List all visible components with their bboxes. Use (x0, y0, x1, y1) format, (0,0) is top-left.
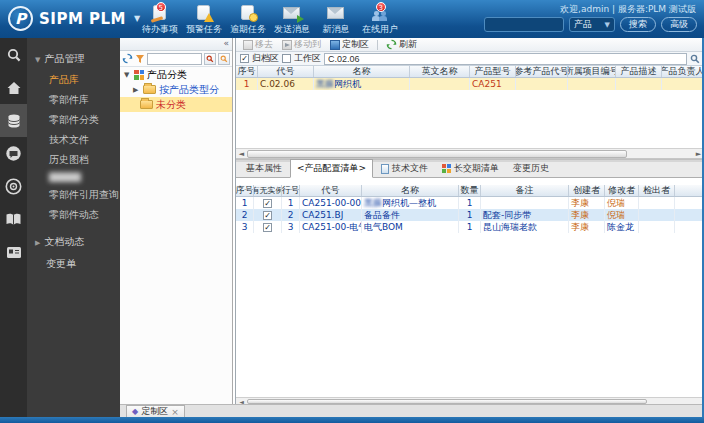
nav-item-history-drawings[interactable]: 历史图档 (27, 150, 120, 170)
column-header[interactable]: 备注 (481, 185, 569, 196)
refresh-icon[interactable] (122, 53, 133, 64)
app-title: SIPM PLM (39, 10, 126, 28)
workspace-checkbox[interactable] (282, 54, 291, 63)
bom-table-row[interactable]: 3 ✓ 3 CA251-00-电气 电气BOM 1 昆山海瑞老款 李康 陈金龙 (236, 221, 704, 233)
search-button[interactable]: 搜索 (620, 17, 656, 32)
scrollbar-thumb[interactable] (247, 150, 627, 158)
column-header[interactable]: 参考产品代号 (516, 66, 568, 77)
tree-node-by-product-type[interactable]: ▶ 按产品类型分 (120, 82, 232, 97)
advanced-search-button[interactable]: 高级 (661, 17, 697, 32)
module-contacts[interactable] (0, 236, 27, 269)
nav-item-parts-reference-query[interactable]: 零部件引用查询 (27, 185, 120, 205)
column-header[interactable]: 有无实例 (254, 185, 282, 196)
module-service[interactable] (0, 170, 27, 203)
nav-item-redacted[interactable]: ██████ (27, 170, 120, 185)
tab-product-configuration-list[interactable]: <产品配置清单> (290, 159, 373, 178)
has-instance-checkbox[interactable]: ✓ (263, 211, 272, 220)
scroll-left-icon[interactable]: ◄ (236, 150, 247, 158)
search-icon (206, 55, 214, 63)
chevron-right-icon[interactable]: ▶ (133, 86, 140, 94)
nav-item-parts-activity[interactable]: 零部件动态 (27, 205, 120, 225)
column-header[interactable]: 名称 (314, 66, 410, 77)
column-header[interactable]: 序号 (236, 66, 258, 77)
column-header[interactable]: 序号 (236, 185, 254, 196)
scrollbar-thumb[interactable] (247, 399, 647, 404)
chevron-down-icon: ▼ (605, 21, 610, 29)
nav-section-document-activity[interactable]: ▶文档动态 (27, 231, 120, 253)
product-table-hscrollbar[interactable]: ◄ ► (236, 148, 704, 159)
nav-item-parts-classification[interactable]: 零部件分类 (27, 110, 120, 130)
archive-area-checkbox[interactable]: ✓ (240, 54, 249, 63)
search-input[interactable] (484, 17, 564, 32)
column-header[interactable]: 英文名称 (410, 66, 470, 77)
send-message-button[interactable]: 发送消息 (270, 4, 314, 36)
bom-table-row[interactable]: 1 ✓ 1 CA251-00-00000 黑膜网织机—整机 1 李康 倪瑞 (236, 197, 704, 209)
tree-advanced-search-button[interactable] (218, 53, 230, 65)
tree-filter-input[interactable] (147, 53, 202, 65)
column-header[interactable]: 数量 (459, 185, 481, 196)
refresh-button[interactable]: 刷新 (383, 38, 420, 51)
column-header[interactable]: 创建者 (569, 185, 605, 196)
code-filter-input[interactable] (324, 53, 687, 65)
nav-section-change-order[interactable]: 变更单 (27, 253, 120, 275)
bom-table-row-selected[interactable]: 2 ✓ 2 CA251.BJ 备品备件 1 配套-同步带 李康 倪瑞 (236, 209, 704, 221)
nav-item-parts-library[interactable]: 零部件库 (27, 90, 120, 110)
folder-icon (140, 100, 153, 109)
nav-item-product-library[interactable]: 产品库 (27, 70, 120, 90)
dock-tab-custom-area[interactable]: ◆ 定制区 × (126, 405, 185, 417)
column-header[interactable]: 所属项目编号 (568, 66, 616, 77)
todo-items-button[interactable]: 5 待办事项 (138, 4, 182, 36)
product-table-row[interactable]: 1 C.02.06 黑膜网织机 CA251 (236, 78, 704, 90)
collapse-panel-icon[interactable]: « (223, 38, 229, 48)
locate-icon[interactable] (135, 54, 145, 64)
tab-basic-attributes[interactable]: 基本属性 (240, 160, 288, 177)
module-search[interactable] (0, 38, 27, 71)
search-category-select[interactable]: 产品 ▼ (569, 17, 615, 32)
move-to-icon (282, 40, 292, 50)
overdue-tasks-button[interactable]: 逾期任务 (226, 4, 270, 36)
has-instance-checkbox[interactable]: ✓ (263, 199, 272, 208)
search-icon[interactable] (690, 54, 700, 64)
chevron-down-icon[interactable]: ▼ (124, 71, 131, 79)
top-toolbar: 5 待办事项 预警任务 逾期任务 发送消息 (138, 4, 402, 36)
toolbar-separator (377, 40, 378, 50)
close-icon[interactable]: × (171, 407, 179, 417)
tab-change-history[interactable]: 变更历史 (507, 160, 555, 177)
tree-node-root[interactable]: ▼ 产品分类 (120, 67, 232, 82)
nav-item-technical-documents[interactable]: 技术文件 (27, 130, 120, 150)
area-filter-row: ✓ 归档区 工作区 (236, 52, 704, 66)
new-message-button[interactable]: 新消息 (314, 4, 358, 36)
module-messages[interactable] (0, 137, 27, 170)
column-header[interactable]: 产品描述 (616, 66, 662, 77)
has-instance-checkbox[interactable]: ✓ (263, 223, 272, 232)
custom-area-button[interactable]: 定制区 (327, 38, 372, 51)
column-header[interactable]: 产品负责人 (662, 66, 703, 77)
warning-tasks-button[interactable]: 预警任务 (182, 4, 226, 36)
module-home[interactable] (0, 71, 27, 104)
column-header[interactable]: 代号 (258, 66, 314, 77)
online-users-button[interactable]: 3 在线用户 (358, 4, 402, 36)
tree-search-button[interactable] (204, 53, 216, 65)
diamond-icon: ◆ (132, 407, 138, 416)
tab-long-leadtime-list[interactable]: 长交期清单 (436, 160, 505, 177)
column-header[interactable]: 行号 (282, 185, 300, 196)
bom-table-hscrollbar[interactable]: ◄ (236, 397, 704, 404)
overdue-task-icon (238, 5, 258, 22)
nav-section-product-mgmt[interactable]: ▼产品管理 (27, 48, 120, 70)
tree-node-unclassified[interactable]: 未分类 (120, 97, 232, 112)
module-product-library[interactable] (0, 104, 27, 137)
move-to-button[interactable]: 移动到 (279, 38, 324, 51)
app-logo[interactable]: P SIPM PLM ▼ (8, 6, 140, 31)
remove-button[interactable]: 移去 (240, 38, 276, 51)
detail-tabs: 基本属性 <产品配置清单> 技术文件 长交期清单 变更历史 (236, 162, 704, 178)
column-header[interactable]: 修改者 (605, 185, 639, 196)
module-library[interactable] (0, 203, 27, 236)
column-header[interactable]: 检出者 (639, 185, 675, 196)
column-header[interactable]: 名称 (362, 185, 459, 196)
product-table-header: 序号 代号 名称 英文名称 产品型号 参考产品代号 所属项目编号 产品描述 产品… (236, 66, 704, 78)
column-header[interactable]: 代号 (300, 185, 362, 196)
tree-panel-header: « (120, 38, 232, 51)
tab-technical-documents[interactable]: 技术文件 (375, 160, 434, 177)
column-header[interactable]: 产品型号 (470, 66, 516, 77)
workspace-label: 工作区 (294, 52, 321, 65)
